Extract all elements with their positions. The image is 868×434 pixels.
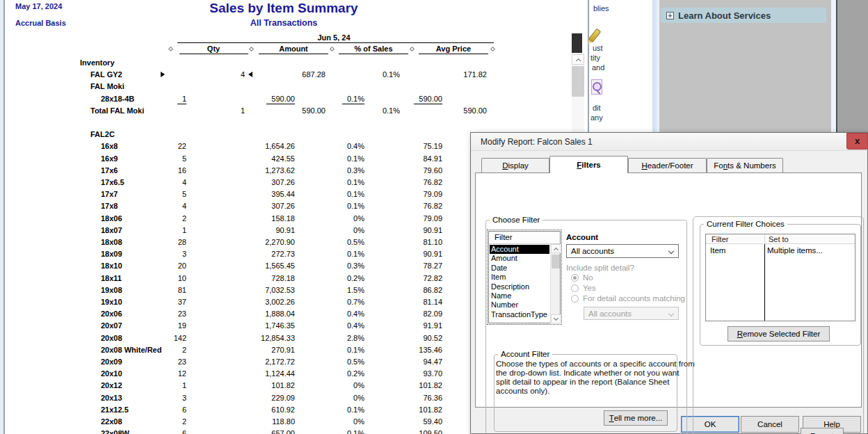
cell-qty[interactable]: 5 — [145, 154, 186, 163]
cell-avg[interactable]: 72.82 — [380, 274, 442, 282]
cell-qty[interactable]: 1 — [145, 381, 186, 389]
cell-avg[interactable]: 75.19 — [380, 142, 442, 150]
cell-avg[interactable]: 81.10 — [380, 238, 442, 246]
filter-list-item[interactable]: Account — [490, 245, 549, 254]
cell-amount[interactable]: 590.00 — [232, 95, 295, 103]
radio-no[interactable] — [571, 274, 579, 282]
cell-qty[interactable]: 3 — [145, 394, 186, 402]
cell-pct[interactable]: 0.1% — [316, 405, 364, 414]
cell-amount[interactable]: 7,032.53 — [232, 286, 295, 294]
cell-qty[interactable]: 20 — [145, 262, 186, 270]
cell-amount[interactable]: 590.00 — [263, 106, 326, 115]
cell-avg[interactable]: 79.09 — [380, 190, 442, 198]
cell-avg[interactable]: 76.36 — [380, 394, 442, 402]
cell-avg[interactable]: 79.09 — [380, 214, 442, 223]
cell-pct[interactable]: 0.3% — [316, 166, 364, 175]
cell-pct[interactable]: 0.3% — [316, 262, 364, 270]
cell-qty[interactable]: 1 — [145, 95, 186, 103]
magnifier-icon[interactable] — [591, 79, 602, 95]
revert-button[interactable]: Revert — [801, 428, 844, 434]
cell-pct[interactable]: 1.5% — [316, 286, 364, 294]
cell-avg[interactable]: 94.47 — [380, 357, 442, 366]
cell-pct[interactable]: 0.2% — [316, 369, 364, 378]
cell-amount[interactable]: 1,565.45 — [232, 262, 295, 270]
table-row[interactable]: Total FAL Moki1590.000.1%590.00 — [0, 105, 584, 117]
table-row[interactable]: 28x18-4B1590.000.1%590.00 — [0, 93, 584, 105]
cell-qty[interactable]: 12 — [145, 369, 186, 378]
cell-avg[interactable]: 590.00 — [424, 106, 487, 115]
cell-qty[interactable]: 4 — [145, 178, 186, 186]
cell-avg[interactable]: 171.82 — [424, 70, 487, 79]
cell-pct[interactable]: 0.7% — [316, 298, 364, 306]
cell-qty[interactable]: 22 — [145, 142, 186, 150]
filter-list-item[interactable]: Name — [490, 291, 549, 300]
cell-qty[interactable]: 4 — [145, 202, 186, 210]
cell-pct[interactable]: 0.1% — [316, 154, 364, 163]
filter-list-scrollbar[interactable] — [550, 244, 560, 323]
cell-pct[interactable]: 0% — [316, 226, 364, 234]
scrollbar-down-button[interactable] — [551, 314, 561, 323]
cell-pct[interactable]: 0% — [316, 214, 364, 223]
cell-avg[interactable]: 101.82 — [380, 405, 442, 414]
cell-qty[interactable]: 3 — [145, 250, 186, 258]
cell-amount[interactable]: 1,888.04 — [232, 310, 295, 318]
cell-avg[interactable]: 59.40 — [380, 417, 442, 426]
cell-amount[interactable]: 118.80 — [232, 417, 295, 426]
cell-pct[interactable]: 2.8% — [316, 334, 364, 342]
cell-pct[interactable]: 0.1% — [351, 70, 400, 79]
cell-pct[interactable]: 0.2% — [316, 274, 364, 282]
radio-for-detail-accounts-matching[interactable] — [571, 295, 579, 303]
cell-qty[interactable]: 2 — [145, 417, 186, 426]
cell-avg[interactable]: 78.27 — [380, 262, 442, 270]
cell-avg[interactable]: 90.91 — [380, 226, 442, 234]
learn-about-services-header[interactable]: + Learn About Services — [661, 8, 826, 23]
cell-qty[interactable]: 142 — [145, 334, 186, 342]
cell-avg[interactable]: 90.91 — [380, 250, 442, 258]
filter-choice-value[interactable]: Multiple items... — [767, 246, 823, 255]
cell-avg[interactable]: 109.50 — [380, 429, 442, 434]
cell-qty[interactable]: 16 — [145, 166, 186, 175]
cell-qty[interactable]: 5 — [145, 190, 186, 198]
cell-pct[interactable]: 0.1% — [351, 106, 400, 115]
scrollbar-up-button[interactable] — [551, 244, 561, 253]
filter-list-item[interactable]: Number — [490, 300, 549, 310]
cell-avg[interactable]: 93.70 — [380, 369, 442, 378]
cell-amount[interactable]: 101.82 — [232, 381, 295, 389]
cell-amount[interactable]: 270.91 — [232, 346, 295, 354]
cell-amount[interactable]: 2,172.72 — [232, 357, 295, 366]
tab-filters[interactable]: Filters — [549, 156, 628, 173]
cell-pct[interactable]: 0.4% — [316, 142, 364, 150]
expand-plus-icon[interactable]: + — [666, 12, 674, 19]
cell-avg[interactable]: 82.09 — [380, 310, 442, 318]
cell-pct[interactable]: 0.1% — [316, 190, 364, 198]
cell-amount[interactable]: 424.55 — [232, 154, 295, 163]
cell-avg[interactable]: 81.14 — [380, 298, 442, 306]
cell-avg[interactable]: 76.82 — [380, 202, 442, 210]
filter-list-item[interactable]: Item — [490, 273, 549, 282]
cell-pct[interactable]: 0.5% — [316, 238, 364, 246]
cell-amount[interactable]: 1,746.35 — [232, 321, 295, 330]
current-filter-choices-table[interactable]: Filter Set to ItemMultiple items... — [705, 234, 855, 321]
cell-qty[interactable]: 10 — [145, 274, 186, 282]
tab-header-footer[interactable]: Header/Footer — [628, 158, 707, 172]
table-row[interactable]: FAL GY24687.280.1%171.82 — [0, 69, 584, 81]
cell-pct[interactable]: 0.1% — [316, 250, 364, 258]
cell-amount[interactable]: 272.73 — [232, 250, 295, 258]
cell-qty[interactable]: 28 — [145, 238, 186, 246]
cell-pct[interactable]: 0% — [316, 417, 364, 426]
tab-display[interactable]: Display — [481, 158, 549, 172]
cell-avg[interactable]: 135.46 — [380, 346, 442, 354]
cell-pct[interactable]: 0.5% — [316, 357, 364, 366]
cell-qty[interactable]: 1 — [145, 226, 186, 234]
cell-avg[interactable]: 90.52 — [380, 334, 442, 342]
cell-amount[interactable]: 307.26 — [232, 178, 295, 186]
cell-avg[interactable]: 79.60 — [380, 166, 442, 175]
cell-qty[interactable]: 23 — [145, 357, 186, 366]
cell-pct[interactable]: 0% — [316, 394, 364, 402]
remove-selected-filter-button[interactable]: Remove Selected Filter — [728, 326, 830, 341]
dialog-title-bar[interactable]: Modify Report: Falcon Sales 1 — [471, 133, 867, 151]
cell-amount[interactable]: 657.00 — [232, 429, 295, 434]
cell-pct[interactable]: 0.1% — [316, 429, 364, 434]
cell-qty[interactable]: 1 — [203, 106, 245, 115]
cell-pct[interactable]: 0.1% — [316, 202, 364, 210]
